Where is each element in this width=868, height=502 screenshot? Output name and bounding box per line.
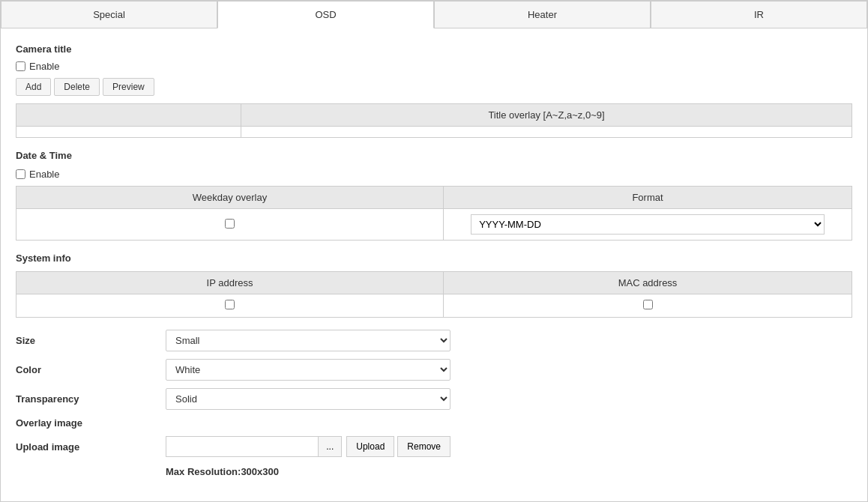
upload-image-label: Upload image — [16, 441, 166, 453]
remove-button[interactable]: Remove — [397, 436, 450, 457]
transparency-label: Transparency — [16, 393, 166, 405]
format-cell: YYYY-MM-DD MM/DD/YYYY DD/MM/YYYY — [444, 209, 852, 241]
color-select[interactable]: White Black Red Green Blue — [166, 359, 450, 381]
position-col-header — [16, 104, 241, 127]
tab-heater[interactable]: Heater — [434, 1, 651, 28]
tab-special[interactable]: Special — [1, 1, 217, 28]
camera-title-enable-checkbox[interactable] — [16, 61, 25, 71]
title-overlay-cell — [241, 127, 852, 138]
camera-title-row — [16, 127, 852, 138]
max-resolution-text: Max Resolution:300x300 — [166, 466, 852, 477]
size-row: Size Small Medium Large — [16, 330, 852, 351]
ip-address-checkbox[interactable] — [225, 300, 235, 309]
date-time-table: Weekday overlay Format YYYY-MM-DD MM/DD/… — [16, 186, 852, 241]
content-area: Camera title Enable Add Delete Preview T… — [1, 28, 867, 489]
format-col-header: Format — [444, 187, 852, 209]
browse-button[interactable]: ... — [319, 436, 342, 457]
upload-controls: ... Upload Remove — [166, 436, 450, 457]
upload-button[interactable]: Upload — [346, 436, 394, 457]
delete-button[interactable]: Delete — [54, 78, 100, 96]
system-info-row — [16, 294, 852, 318]
title-overlay-col-header: Title overlay [A~Z,a~z,0~9] — [241, 104, 852, 127]
mac-address-col-header: MAC address — [444, 272, 852, 294]
ip-address-cell — [16, 294, 444, 318]
overlay-image-label: Overlay image — [16, 417, 852, 429]
upload-image-row: Upload image ... Upload Remove — [16, 436, 852, 457]
color-row: Color White Black Red Green Blue — [16, 359, 852, 381]
tab-bar: Special OSD Heater IR — [1, 1, 867, 28]
preview-button[interactable]: Preview — [103, 78, 154, 96]
add-button[interactable]: Add — [16, 78, 51, 96]
camera-title-enable-text: Enable — [29, 61, 59, 72]
camera-title-buttons: Add Delete Preview — [16, 78, 852, 96]
weekday-col-header: Weekday overlay — [16, 187, 444, 209]
date-time-enable-row: Enable — [16, 169, 852, 180]
mac-address-checkbox[interactable] — [643, 300, 653, 309]
date-time-enable-label[interactable]: Enable — [16, 169, 59, 180]
main-container: Special OSD Heater IR Camera title Enabl… — [0, 0, 868, 502]
size-label: Size — [16, 335, 166, 346]
system-info-table: IP address MAC address — [16, 271, 852, 318]
date-time-label: Date & Time — [16, 150, 852, 161]
date-time-enable-checkbox[interactable] — [16, 169, 25, 179]
mac-address-cell — [444, 294, 852, 318]
transparency-select[interactable]: Solid Transparent 1 Transparent 2 — [166, 388, 450, 410]
upload-path-input[interactable] — [166, 436, 319, 457]
format-select[interactable]: YYYY-MM-DD MM/DD/YYYY DD/MM/YYYY — [471, 214, 825, 235]
system-info-label: System info — [16, 252, 852, 264]
camera-title-label: Camera title — [16, 43, 852, 55]
tab-ir[interactable]: IR — [651, 1, 867, 28]
color-label: Color — [16, 364, 166, 375]
ip-address-col-header: IP address — [16, 272, 444, 294]
date-time-row: YYYY-MM-DD MM/DD/YYYY DD/MM/YYYY — [16, 209, 852, 241]
weekday-checkbox[interactable] — [225, 219, 235, 229]
camera-title-enable-row: Enable — [16, 61, 852, 72]
date-time-enable-text: Enable — [29, 169, 59, 180]
camera-title-enable-label[interactable]: Enable — [16, 61, 59, 72]
size-select[interactable]: Small Medium Large — [166, 330, 450, 351]
transparency-row: Transparency Solid Transparent 1 Transpa… — [16, 388, 852, 410]
weekday-cell — [16, 209, 444, 241]
position-cell — [16, 127, 241, 138]
tab-osd[interactable]: OSD — [217, 1, 434, 28]
camera-title-table: Title overlay [A~Z,a~z,0~9] — [16, 103, 852, 138]
